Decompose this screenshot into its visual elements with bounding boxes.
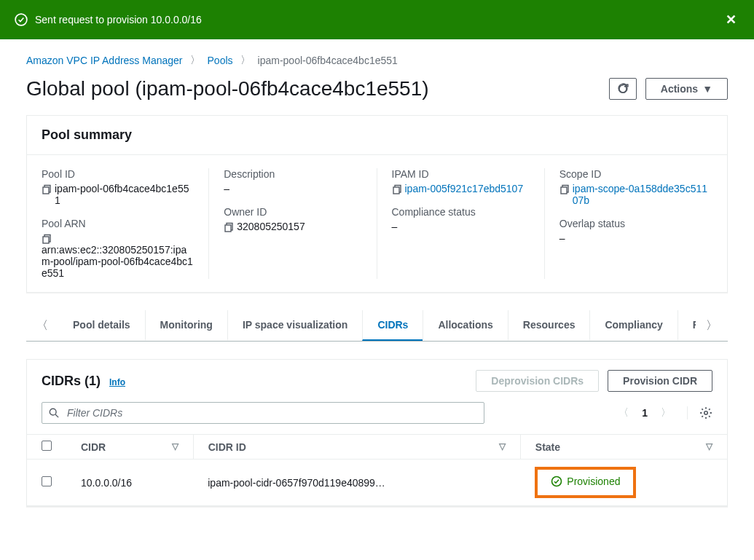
page-number: 1 (642, 407, 648, 419)
check-circle-icon (15, 13, 28, 26)
search-icon (49, 408, 59, 418)
page-prev[interactable]: 〈 (618, 406, 629, 419)
svg-rect-5 (393, 187, 399, 194)
tabs-scroll-right[interactable]: 〉 (696, 311, 728, 341)
svg-point-7 (50, 409, 56, 415)
table-row: 10.0.0.0/16ipam-pool-cidr-0657f970d119e4… (27, 460, 727, 506)
panel-title: Pool summary (27, 116, 727, 155)
cidrs-title: CIDRs (1) (42, 374, 101, 389)
svg-rect-6 (561, 187, 567, 194)
copy-icon[interactable] (559, 184, 570, 194)
pool-id-value: ipam-pool-06fb4cace4bc1e551 (55, 183, 194, 206)
provision-cidr-button[interactable]: Provision CIDR (608, 370, 712, 392)
tab-monitoring[interactable]: Monitoring (145, 310, 227, 341)
svg-rect-2 (43, 187, 49, 194)
svg-point-9 (704, 411, 708, 415)
tab-allocations[interactable]: Allocations (423, 310, 507, 341)
pool-arn-value: arn:aws:ec2::320805250157:ipam-pool/ipam… (42, 244, 194, 279)
col-cidr-id[interactable]: CIDR ID▽ (193, 435, 520, 460)
row-checkbox[interactable] (42, 476, 52, 486)
description-value: – (224, 183, 361, 194)
tab-compliancy[interactable]: Compliancy (589, 310, 677, 341)
breadcrumb-root[interactable]: Amazon VPC IP Address Manager (26, 55, 183, 66)
sort-icon: ▽ (499, 441, 506, 451)
copy-icon[interactable] (42, 234, 52, 244)
compliance-value: – (392, 221, 530, 232)
chevron-right-icon: 〉 (190, 54, 200, 67)
deprovision-cidrs-button: Deprovision CIDRs (476, 370, 599, 392)
summary-label: Owner ID (224, 206, 361, 218)
success-notification: Sent request to provision 10.0.0.0/16 ✕ (0, 0, 754, 39)
sort-icon: ▽ (706, 441, 712, 451)
chevron-right-icon: 〉 (240, 54, 251, 67)
page-title: Global pool (ipam-pool-06fb4cace4bc1e551… (26, 77, 429, 100)
actions-button[interactable]: Actions ▼ (645, 78, 728, 100)
summary-label: Scope ID (559, 168, 712, 180)
caret-down-icon: ▼ (702, 83, 712, 95)
settings-icon[interactable] (687, 406, 712, 419)
summary-label: Compliance status (392, 206, 530, 218)
owner-id-value: 320805250157 (237, 221, 305, 232)
copy-icon[interactable] (224, 222, 234, 232)
svg-line-8 (55, 414, 58, 417)
page-next[interactable]: 〉 (661, 406, 671, 419)
breadcrumb: Amazon VPC IP Address Manager 〉 Pools 〉 … (26, 54, 728, 67)
info-link[interactable]: Info (109, 377, 125, 387)
cell-cidr: 10.0.0.0/16 (66, 460, 193, 506)
breadcrumb-pools[interactable]: Pools (208, 55, 233, 66)
filter-input[interactable] (42, 402, 484, 424)
col-state[interactable]: State▽ (520, 435, 727, 460)
ipam-id-link[interactable]: ipam-005f921c17ebd5107 (405, 183, 524, 194)
refresh-button[interactable] (609, 78, 637, 100)
tab-resources[interactable]: Resources (508, 310, 590, 341)
pool-summary-panel: Pool summary Pool ID ipam-pool-06fb4cace… (26, 115, 728, 293)
tabs: 〈 Pool detailsMonitoringIP space visuali… (26, 310, 728, 342)
col-cidr[interactable]: CIDR▽ (66, 435, 193, 460)
summary-label: IPAM ID (392, 168, 530, 180)
state-text: Provisioned (567, 476, 620, 487)
breadcrumb-current: ipam-pool-06fb4cace4bc1e551 (258, 55, 398, 66)
copy-icon[interactable] (392, 184, 402, 194)
tabs-scroll-left[interactable]: 〈 (26, 311, 58, 341)
cell-cidr-id: ipam-pool-cidr-0657f970d119e40899… (193, 460, 520, 506)
pagination: 〈 1 〉 (618, 406, 712, 419)
sort-icon: ▽ (172, 441, 178, 451)
overlap-value: – (559, 232, 712, 244)
svg-rect-4 (225, 225, 231, 232)
copy-icon[interactable] (42, 184, 52, 194)
summary-label: Pool ARN (42, 218, 194, 229)
close-icon[interactable]: ✕ (723, 9, 739, 31)
cell-state: Provisioned (520, 460, 727, 506)
svg-rect-3 (43, 237, 49, 243)
scope-id-link[interactable]: ipam-scope-0a158dde35c51107b (573, 183, 712, 206)
cidrs-panel: CIDRs (1) Info Deprovision CIDRs Provisi… (26, 359, 728, 507)
tab-cidrs[interactable]: CIDRs (362, 310, 423, 341)
notification-text: Sent request to provision 10.0.0.0/16 (35, 14, 202, 25)
summary-label: Overlap status (559, 218, 712, 229)
tab-ip-space-visualization[interactable]: IP space visualization (227, 310, 362, 341)
cidrs-table: CIDR▽ CIDR ID▽ State▽ 10.0.0.0/16ipam-po… (27, 434, 727, 506)
summary-label: Description (224, 168, 361, 180)
summary-label: Pool ID (42, 168, 194, 180)
tab-pool-details[interactable]: Pool details (58, 310, 145, 341)
tab-reso[interactable]: Reso (678, 310, 696, 341)
select-all-checkbox[interactable] (42, 441, 52, 451)
